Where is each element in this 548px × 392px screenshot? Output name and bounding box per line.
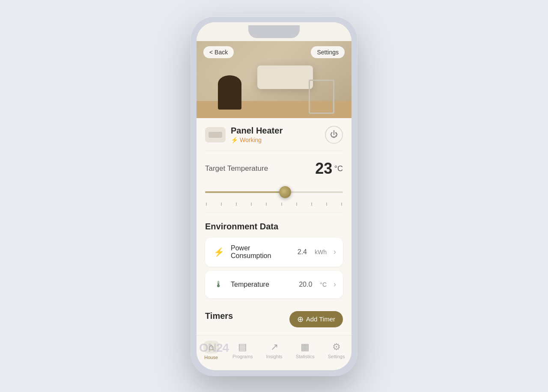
slider-ticks — [205, 202, 343, 206]
nav-insights[interactable]: ↗ Insights — [262, 340, 287, 361]
back-button[interactable]: < Back — [203, 46, 234, 58]
environment-title: Environment Data — [205, 222, 343, 232]
tick-7 — [296, 202, 297, 206]
power-consumption-card[interactable]: ⚡ Power Consumption 2.4 kWh › — [205, 238, 343, 267]
device-info: Panel Heater ⚡ Working — [231, 126, 320, 143]
nav-statistics[interactable]: ▦ Statistics — [292, 340, 319, 361]
temperature-card-unit: °C — [320, 281, 327, 288]
temperature-chevron-icon: › — [334, 280, 336, 289]
device-status: ⚡ Working — [231, 137, 320, 143]
temperature-card-label: Temperature — [231, 281, 294, 288]
tick-8 — [311, 202, 312, 206]
tick-10 — [341, 202, 342, 206]
tick-1 — [206, 202, 207, 206]
notch — [248, 25, 300, 38]
power-consumption-label: Power Consumption — [231, 244, 292, 260]
chair-decoration — [309, 80, 334, 114]
thermometer-icon: 🌡 — [212, 278, 226, 291]
nav-house-label: House — [204, 355, 218, 360]
power-consumption-unit: kWh — [315, 249, 327, 255]
table-decoration — [218, 75, 241, 110]
nav-insights-label: Insights — [266, 354, 283, 359]
temperature-slider[interactable] — [205, 184, 343, 200]
device-icon — [205, 127, 226, 143]
nav-settings[interactable]: ⚙ Settings — [324, 340, 349, 361]
nav-settings-label: Settings — [328, 354, 345, 359]
temperature-section: Target Temperature 23 °C — [205, 151, 343, 213]
temperature-card[interactable]: 🌡 Temperature 20.0 °C › — [205, 271, 343, 298]
tick-5 — [266, 202, 267, 206]
power-consumption-value: 2.4 — [298, 248, 307, 256]
insights-icon: ↗ — [271, 342, 278, 353]
slider-thumb[interactable] — [279, 186, 291, 198]
tick-3 — [236, 202, 237, 206]
tick-4 — [251, 202, 252, 206]
power-icon: ⚡ — [212, 245, 226, 259]
phone-frame: < Back Settings Panel Heater ⚡ Working ⏻ — [191, 16, 357, 376]
content-area: Panel Heater ⚡ Working ⏻ Target Temperat… — [197, 118, 351, 370]
heater-visual — [257, 65, 313, 89]
device-header: Panel Heater ⚡ Working ⏻ — [205, 118, 343, 151]
status-bar — [197, 22, 351, 41]
timers-title: Timers — [205, 311, 233, 321]
tick-2 — [221, 202, 222, 206]
power-button[interactable]: ⏻ — [325, 126, 343, 144]
temperature-label: Target Temperature — [205, 164, 268, 173]
temperature-display: 23 °C — [315, 160, 343, 178]
top-navigation: < Back Settings — [197, 41, 351, 63]
timers-header: Timers ⊕ Add Timer — [205, 311, 343, 327]
plus-icon: ⊕ — [297, 315, 304, 324]
status-icon: ⚡ — [231, 137, 238, 143]
settings-nav-icon: ⚙ — [332, 342, 341, 353]
nav-programs[interactable]: ▤ Programs — [228, 340, 257, 361]
hero-image: < Back Settings — [197, 41, 351, 118]
statistics-icon: ▦ — [301, 342, 310, 353]
tick-9 — [326, 202, 327, 206]
slider-track — [205, 191, 343, 193]
nav-statistics-label: Statistics — [296, 354, 315, 359]
temperature-header: Target Temperature 23 °C — [205, 160, 343, 178]
temperature-unit: °C — [334, 164, 343, 172]
temperature-value: 23 — [315, 160, 332, 177]
environment-section: Environment Data ⚡ Power Consumption 2.4… — [205, 213, 343, 298]
watermark: ON24 — [199, 341, 229, 355]
slider-fill — [205, 191, 285, 193]
temperature-card-value: 20.0 — [299, 281, 312, 288]
tick-6 — [281, 202, 282, 206]
settings-button[interactable]: Settings — [311, 46, 345, 58]
timers-section: Timers ⊕ Add Timer — [205, 303, 343, 327]
device-name: Panel Heater — [231, 126, 320, 136]
status-text: Working — [240, 137, 262, 143]
power-chevron-icon: › — [334, 247, 336, 256]
add-timer-label: Add Timer — [306, 315, 335, 323]
programs-icon: ▤ — [238, 342, 247, 353]
add-timer-button[interactable]: ⊕ Add Timer — [289, 311, 343, 327]
nav-programs-label: Programs — [232, 354, 253, 359]
phone-screen: < Back Settings Panel Heater ⚡ Working ⏻ — [197, 22, 351, 370]
